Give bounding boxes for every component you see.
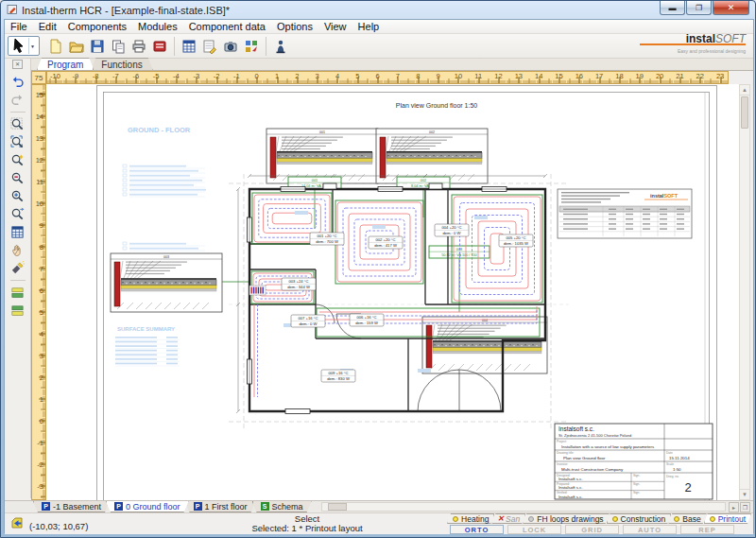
calculations-button[interactable] bbox=[179, 36, 199, 57]
about-button[interactable] bbox=[270, 36, 291, 57]
horizontal-scroll-thumb[interactable] bbox=[328, 503, 347, 511]
toggle-rep[interactable]: REP bbox=[680, 525, 734, 534]
back-navigation-icon[interactable] bbox=[10, 517, 25, 531]
floor-cross-section: 003 bbox=[111, 253, 222, 312]
manifold[interactable] bbox=[249, 286, 266, 295]
svg-text:007 +16 °C: 007 +16 °C bbox=[298, 316, 318, 321]
svg-text:Instalsoft s.c.: Instalsoft s.c. bbox=[558, 495, 583, 499]
room-label[interactable]: 007 +16 °Cdem.: 0 W bbox=[291, 315, 325, 327]
zoom-all-button[interactable] bbox=[9, 115, 27, 133]
menu-view[interactable]: View bbox=[318, 21, 352, 32]
pan-hand-button[interactable] bbox=[9, 241, 27, 259]
zoom-dynamic-button[interactable] bbox=[9, 151, 27, 169]
panel-close-button[interactable]: ✕ bbox=[12, 60, 23, 69]
zoom-window-button[interactable] bbox=[9, 133, 27, 151]
room-label[interactable]: 005 +20 °Cdem.: 1035 W bbox=[499, 234, 533, 247]
scroll-up-arrow[interactable]: ▲ bbox=[740, 85, 749, 95]
gallery-button[interactable] bbox=[220, 36, 241, 57]
restore-view-button[interactable]: ❐ bbox=[740, 502, 750, 512]
minimize-button[interactable]: ▬ bbox=[660, 1, 685, 15]
h-ruler-number: 17 bbox=[590, 72, 609, 80]
sheet-tab-schema[interactable]: SSchema bbox=[252, 501, 312, 512]
scroll-down-arrow[interactable]: ▼ bbox=[740, 489, 749, 499]
printout-page[interactable]: Plan view Ground floor 1:50GROUND - FLOO… bbox=[96, 85, 717, 500]
h-ruler-number: 5 bbox=[348, 72, 367, 80]
room-label[interactable]: 001 +20 °Cdem.: 700 W bbox=[310, 233, 344, 245]
layer-tab-construction[interactable]: Construction bbox=[607, 513, 672, 524]
toggle-orto[interactable]: ORTO bbox=[450, 525, 504, 534]
save-file-button[interactable] bbox=[87, 36, 108, 57]
layer-tabs: Heating✕SanFH loops drawingsConstruction… bbox=[373, 513, 751, 524]
menu-components[interactable]: Components bbox=[62, 21, 132, 32]
vertical-scrollbar[interactable]: ▲ ▼ bbox=[739, 84, 750, 500]
app-icon bbox=[7, 4, 18, 17]
data-table-button[interactable] bbox=[9, 223, 27, 241]
toggle-lock[interactable]: LOCK bbox=[507, 525, 561, 534]
layer-tab-heating[interactable]: Heating bbox=[447, 513, 494, 524]
scroll-right-button[interactable]: ▸ bbox=[729, 502, 739, 512]
h-ruler-number: 21 bbox=[670, 72, 689, 80]
svg-text:Drwg. no.: Drwg. no. bbox=[666, 475, 679, 478]
menu-edit[interactable]: Edit bbox=[33, 21, 62, 32]
diagram-manager-button[interactable] bbox=[241, 36, 262, 57]
layer-tab-printout[interactable]: Printout bbox=[704, 513, 751, 524]
menu-modules[interactable]: Modules bbox=[132, 21, 183, 32]
menu-component-data[interactable]: Component data bbox=[183, 21, 271, 32]
v-ruler-number: 8 bbox=[32, 243, 43, 252]
select-tool-button[interactable]: ▼ bbox=[8, 36, 40, 56]
tab-program[interactable]: Program bbox=[37, 58, 94, 70]
h-ruler-number: -8 bbox=[86, 72, 105, 80]
menu-file[interactable]: File bbox=[5, 21, 33, 32]
layer-tab-label: Printout bbox=[718, 514, 746, 524]
redo-button[interactable] bbox=[9, 91, 27, 109]
room-label[interactable]: 009 +16 °Cdem.: 830 W bbox=[321, 370, 355, 382]
statusbar: (-10,03; 10,67) Select Selected: 1 * Pri… bbox=[5, 512, 753, 534]
tab-functions[interactable]: Functions bbox=[91, 58, 152, 70]
open-file-button[interactable] bbox=[66, 36, 87, 57]
v-ruler-number: 10 bbox=[32, 200, 43, 208]
maximize-button[interactable]: ❐ bbox=[686, 1, 712, 15]
layer-tab-fh-loops-drawings[interactable]: FH loops drawings bbox=[523, 513, 609, 524]
zoom-in-button[interactable] bbox=[9, 187, 27, 205]
toggle-auto[interactable]: AUTO bbox=[623, 525, 677, 534]
zoom-previous-button[interactable] bbox=[9, 205, 27, 223]
h-ruler-number: 22 bbox=[691, 72, 710, 80]
database-button[interactable] bbox=[149, 36, 170, 57]
highlighter-button[interactable] bbox=[9, 259, 27, 277]
data-tables-button[interactable] bbox=[199, 36, 220, 57]
room-label[interactable]: 002 +20 °Cdem.: 417 W bbox=[369, 236, 403, 249]
print-button[interactable] bbox=[129, 36, 149, 57]
layer-upper-button[interactable] bbox=[9, 284, 27, 302]
vertical-scroll-thumb[interactable] bbox=[741, 96, 748, 129]
svg-text:Date: Date bbox=[666, 451, 673, 455]
select-tool-dropdown[interactable]: ▼ bbox=[28, 38, 36, 54]
zoom-out-icon bbox=[10, 171, 25, 185]
new-file-button[interactable] bbox=[45, 36, 66, 57]
horizontal-scrollbar[interactable] bbox=[321, 502, 726, 512]
data-table-icon bbox=[10, 225, 25, 239]
room-label[interactable]: 004 +20 °Cdem.: 0 W bbox=[435, 224, 469, 236]
layer-bulb-icon bbox=[453, 516, 458, 522]
zoom-out-button[interactable] bbox=[9, 169, 27, 187]
layer-tab-san[interactable]: ✕San bbox=[491, 513, 525, 524]
menu-options[interactable]: Options bbox=[271, 21, 318, 32]
copy-button[interactable] bbox=[108, 36, 129, 57]
h-ruler-number: 0 bbox=[248, 72, 266, 80]
undo-button[interactable] bbox=[9, 73, 27, 91]
room-label[interactable]: 003 +24 °Cdem.: 344 W bbox=[282, 278, 316, 290]
close-button[interactable]: ✕ bbox=[713, 1, 749, 15]
titleblock-company: Instalsoft s.c. bbox=[558, 425, 594, 432]
drawing-canvas[interactable]: Plan view Ground floor 1:50GROUND - FLOO… bbox=[46, 84, 739, 500]
h-ruler-number: 23 bbox=[711, 72, 730, 80]
floor-cross-section: 001 bbox=[266, 129, 378, 183]
titlebar[interactable]: Instal-therm HCR - [Example-final-state.… bbox=[1, 1, 755, 19]
layer-tab-base[interactable]: Base bbox=[668, 513, 706, 524]
sheet-tab--1-basement[interactable]: P-1 Basement bbox=[33, 501, 110, 512]
sheet-tab-0-ground-floor[interactable]: P0 Ground floor bbox=[106, 501, 189, 512]
menu-help[interactable]: Help bbox=[352, 21, 386, 32]
titleblock-date: 15.11.2014 bbox=[669, 456, 690, 460]
toggle-grid[interactable]: GRID bbox=[565, 525, 619, 534]
sheet-tab-1-first-floor[interactable]: P1 First floor bbox=[185, 501, 256, 512]
room-label[interactable]: 006 +16 °Cdem.: 159 W bbox=[350, 314, 384, 326]
layer-lower-button[interactable] bbox=[9, 302, 27, 320]
